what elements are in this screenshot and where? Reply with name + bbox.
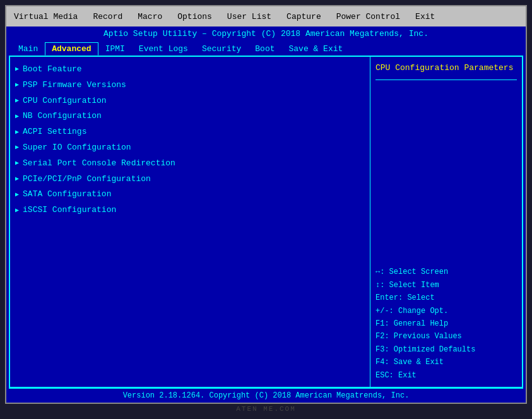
entry-label: Serial Port Console Redirection (23, 157, 175, 170)
list-item[interactable]: ▶Serial Port Console Redirection (15, 156, 365, 172)
help-line: Enter: Select (375, 292, 517, 304)
menu-item-capture[interactable]: Capture (284, 11, 324, 23)
entry-label: ACPI Settings (23, 126, 86, 139)
list-item[interactable]: ▶PSP Firmware Versions (15, 78, 365, 93)
list-item[interactable]: ▶CPU Configuration (15, 93, 365, 109)
right-description: CPU Configuration Parameters (375, 62, 517, 80)
menu-bar: Virtual MediaRecordMacroOptionsUser List… (6, 6, 526, 27)
list-item[interactable]: ▶PCIe/PCI/PnP Configuration (15, 172, 365, 187)
tab-bar: MainAdvancedIPMIEvent LogsSecurityBootSa… (6, 41, 526, 56)
list-item[interactable]: ▶NB Configuration (15, 109, 365, 124)
arrow-icon: ▶ (15, 158, 19, 168)
help-line: ESC: Exit (375, 369, 517, 382)
entry-label: SATA Configuration (23, 188, 111, 201)
title-bar: Aptio Setup Utility – Copyright (C) 2018… (6, 27, 526, 41)
entry-label: PSP Firmware Versions (23, 79, 126, 92)
menu-item-record[interactable]: Record (90, 11, 125, 23)
list-item[interactable]: ▶Boot Feature (15, 62, 365, 78)
menu-item-options[interactable]: Options (175, 11, 215, 23)
list-item[interactable]: ▶Super IO Configuration (15, 140, 365, 156)
entry-label: PCIe/PCI/PnP Configuration (23, 173, 151, 186)
right-help: ↔: Select Screen↕: Select ItemEnter: Sel… (375, 266, 517, 382)
menu-item-exit[interactable]: Exit (413, 11, 437, 23)
help-line: F2: Previous Values (375, 330, 517, 343)
arrow-icon: ▶ (15, 127, 19, 138)
menu-item-power-control[interactable]: Power Control (334, 11, 403, 23)
entry-label: Super IO Configuration (23, 141, 131, 155)
watermark: ATEN ME.COM (5, 404, 527, 414)
arrow-icon: ▶ (15, 190, 19, 200)
menu-item-user-list[interactable]: User List (225, 11, 274, 23)
help-line: F3: Optimized Defaults (375, 343, 517, 356)
help-line: +/-: Change Opt. (375, 305, 517, 317)
tab-security[interactable]: Security (195, 42, 248, 56)
list-item[interactable]: ▶ACPI Settings (15, 124, 365, 140)
arrow-icon: ▶ (15, 143, 19, 153)
arrow-icon: ▶ (15, 206, 19, 216)
left-panel: ▶Boot Feature▶PSP Firmware Versions▶CPU … (10, 57, 370, 387)
help-line: ↕: Select Item (375, 279, 517, 292)
footer: Version 2.18.1264. Copyright (C) 2018 Am… (9, 388, 523, 403)
entry-label: CPU Configuration (23, 95, 107, 108)
tab-save-&-exit[interactable]: Save & Exit (282, 42, 350, 56)
help-line: F1: General Help (375, 317, 517, 330)
list-item[interactable]: ▶SATA Configuration (15, 187, 365, 203)
menu-item-virtual-media[interactable]: Virtual Media (11, 11, 80, 23)
menu-item-macro[interactable]: Macro (135, 11, 165, 23)
help-line: ↔: Select Screen (375, 266, 517, 278)
arrow-icon: ▶ (15, 80, 19, 90)
tab-main[interactable]: Main (11, 42, 45, 56)
arrow-icon: ▶ (15, 64, 19, 74)
content-area: ▶Boot Feature▶PSP Firmware Versions▶CPU … (9, 56, 523, 388)
tab-event-logs[interactable]: Event Logs (132, 42, 195, 56)
tab-advanced[interactable]: Advanced (45, 42, 98, 56)
list-item[interactable]: ▶iSCSI Configuration (15, 203, 365, 218)
arrow-icon: ▶ (15, 96, 19, 106)
tab-ipmi[interactable]: IPMI (98, 42, 132, 56)
entry-label: Boot Feature (23, 63, 82, 76)
arrow-icon: ▶ (15, 174, 19, 184)
entry-label: iSCSI Configuration (23, 204, 116, 217)
entry-label: NB Configuration (23, 110, 102, 123)
help-line: F4: Save & Exit (375, 356, 517, 369)
right-panel: CPU Configuration Parameters ↔: Select S… (370, 57, 522, 387)
tab-boot[interactable]: Boot (248, 42, 281, 56)
arrow-icon: ▶ (15, 112, 19, 122)
